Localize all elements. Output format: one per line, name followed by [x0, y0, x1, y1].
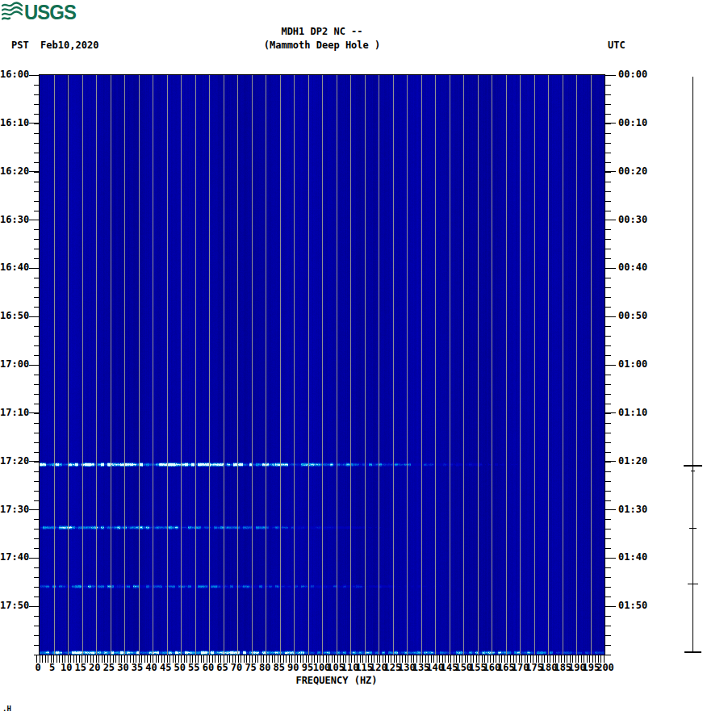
left-axis-label: 16:30 — [0, 215, 27, 225]
left-axis-major-tick — [29, 509, 40, 510]
scalebar-tick — [684, 465, 702, 467]
left-axis-label: 17:40 — [0, 552, 27, 563]
left-axis-major-tick — [29, 171, 40, 172]
usgs-logo: USGS — [2, 1, 78, 25]
left-axis-label: 17:00 — [0, 359, 27, 370]
right-axis-label: 01:00 — [618, 359, 654, 370]
right-axis-major-tick — [605, 606, 616, 607]
utc-label: UTC — [608, 40, 625, 51]
left-axis-label: 17:30 — [0, 504, 27, 515]
right-axis-major-tick — [605, 75, 616, 76]
left-axis-major-tick — [29, 365, 40, 366]
corner-watermark: .H — [2, 705, 11, 713]
right-axis-label: 00:40 — [618, 262, 654, 273]
left-axis-label: 16:10 — [0, 118, 27, 128]
right-axis-major-tick — [605, 123, 616, 123]
left-axis-major-tick — [29, 316, 40, 317]
right-axis-label: 00:50 — [618, 311, 654, 321]
scalebar-tick — [689, 528, 697, 529]
left-axis-label: 17:50 — [0, 601, 27, 611]
right-axis-label: 01:10 — [618, 408, 654, 418]
scalebar-tick — [684, 651, 701, 653]
usgs-logo-text: USGS — [24, 1, 77, 22]
station-subtitle: (Mammoth Deep Hole ) — [161, 40, 483, 51]
spectrogram-page: USGS PST Feb10,2020 MDH1 DP2 NC -- (Mamm… — [0, 0, 728, 720]
right-axis-major-tick — [605, 171, 616, 172]
right-axis-label: 01:40 — [618, 552, 654, 563]
left-axis-minor-ticks — [34, 75, 40, 655]
left-axis-major-tick — [29, 268, 40, 269]
x-axis-label: 200 — [593, 663, 617, 673]
right-axis-minor-ticks — [605, 75, 611, 655]
right-axis-label: 00:00 — [618, 69, 654, 80]
right-axis-major-tick — [605, 461, 616, 462]
left-axis-label: 16:50 — [0, 311, 27, 321]
left-axis-major-tick — [29, 220, 40, 220]
station-title: MDH1 DP2 NC -- — [161, 26, 483, 37]
right-axis-major-tick — [605, 316, 616, 317]
right-axis-label: 01:30 — [618, 504, 654, 515]
right-axis-label: 00:10 — [618, 118, 654, 128]
right-axis-major-tick — [605, 558, 616, 559]
right-axis-major-tick — [605, 365, 616, 366]
usgs-logo-graphic: USGS — [2, 1, 78, 22]
right-axis-major-tick — [605, 509, 616, 510]
amplitude-scale-bar — [692, 77, 693, 653]
right-axis-label: 00:30 — [618, 215, 654, 225]
x-axis-title: FREQUENCY (HZ) — [256, 675, 417, 686]
left-axis-major-tick — [29, 606, 40, 607]
right-axis-label: 01:20 — [618, 456, 654, 467]
spectrogram-plot-frame — [39, 74, 605, 655]
usgs-wave-icon — [2, 2, 22, 19]
left-axis-major-tick — [29, 412, 40, 413]
right-axis-major-tick — [605, 268, 616, 269]
right-axis-label: 01:50 — [618, 601, 654, 611]
left-axis-label: 16:40 — [0, 262, 27, 273]
left-axis-major-tick — [29, 123, 40, 123]
scalebar-tick — [691, 471, 695, 471]
right-axis-major-tick — [605, 220, 616, 220]
left-axis-major-tick — [29, 75, 40, 76]
pst-date-label: PST Feb10,2020 — [11, 40, 98, 51]
spectrogram-canvas — [40, 75, 605, 655]
left-axis-label: 17:20 — [0, 456, 27, 467]
left-axis-label: 17:10 — [0, 408, 27, 418]
right-axis-major-tick — [605, 412, 616, 413]
right-axis-label: 00:20 — [618, 166, 654, 177]
left-axis-label: 16:00 — [0, 69, 27, 80]
left-axis-label: 16:20 — [0, 166, 27, 177]
left-axis-major-tick — [29, 461, 40, 462]
left-axis-major-tick — [29, 558, 40, 559]
scalebar-tick — [688, 584, 698, 584]
